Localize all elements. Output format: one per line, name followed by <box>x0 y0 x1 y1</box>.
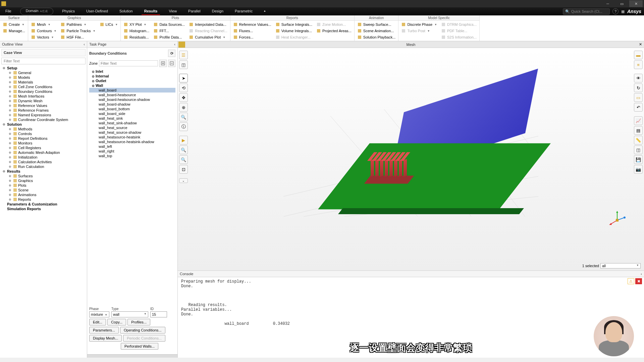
tree-item-automatic-mesh-adaption[interactable]: ⊕Automatic Mesh Adaption <box>7 150 86 155</box>
ribbon-pdf-table[interactable]: PDF Table... <box>440 28 478 34</box>
rotate-tool[interactable]: ⟲ <box>179 83 188 92</box>
perforated-button[interactable]: Perforated Walls... <box>121 343 158 350</box>
profiles-button[interactable]: Profiles... <box>127 319 150 325</box>
close-button[interactable]: ✕ <box>629 0 643 7</box>
tree-item-named-expressions[interactable]: ⊕Named Expressions <box>7 113 86 117</box>
menu-file[interactable]: File <box>3 8 14 15</box>
zone-wall_heat_source[interactable]: wall_heat_source <box>89 125 175 130</box>
ribbon-zone-motion[interactable]: Zone Motion... <box>315 21 353 27</box>
zone-wall_heat_sink[interactable]: wall_heat_sink <box>89 116 175 121</box>
menu-solution[interactable]: Solution <box>117 8 136 15</box>
type-select[interactable]: wall ▼ <box>111 311 148 317</box>
tree-item-boundary-conditions[interactable]: ⊕Boundary Conditions <box>7 89 86 94</box>
tree-setup[interactable]: ⊖Setup <box>1 66 86 70</box>
tree-item-mesh-interfaces[interactable]: ⊕Mesh Interfaces <box>7 94 86 99</box>
camera-icon[interactable]: ▭ <box>634 93 643 102</box>
pointer-tool[interactable]: ➤ <box>179 74 188 82</box>
chart-icon[interactable]: 📈 <box>634 116 643 125</box>
tree-item-dynamic-mesh[interactable]: ⊕Dynamic Mesh <box>7 99 86 103</box>
tree-item-scene[interactable]: ⊕Scene <box>7 188 86 192</box>
minimize-button[interactable]: ─ <box>601 0 614 7</box>
ribbon-projected-areas[interactable]: Projected Areas... <box>315 28 353 34</box>
zone-wall_heatsource-heatsink-shadow[interactable]: wall_heatsource-heatsink-shadow <box>89 139 175 144</box>
zone-wall_heat_sink-shadow[interactable]: wall_heat_sink-shadow <box>89 121 175 125</box>
console-collapse-icon[interactable]: ‹ <box>641 272 642 276</box>
zone-wall_board-heatsource-shadow[interactable]: wall_board-heatsource-shadow <box>89 97 175 102</box>
tree-item-plots[interactable]: ⊕Plots <box>7 183 86 188</box>
error-badge[interactable]: ✖ <box>635 278 642 284</box>
periodic-button[interactable]: Periodic Conditions... <box>123 335 165 342</box>
undo-icon[interactable]: ↶ <box>634 103 643 112</box>
copy-button[interactable]: Copy... <box>107 319 126 325</box>
zoom-in-tool[interactable]: 🔍 <box>179 145 188 154</box>
zone-cat-outlet[interactable]: ⊙Outlet <box>89 78 175 83</box>
outline-filter[interactable] <box>1 58 86 64</box>
collapse-icon[interactable]: ‹ <box>84 42 85 46</box>
ribbon-scene-animation[interactable]: Scene Animation... <box>356 28 397 34</box>
zone-wall_heatsource-heatsink[interactable]: wall_heatsource-heatsink <box>89 135 175 139</box>
annotate-icon[interactable]: ◫ <box>634 145 643 154</box>
ribbon-manage[interactable]: Manage... <box>1 28 26 34</box>
parameters-button[interactable]: Parameters... <box>89 327 119 334</box>
ribbon-dtrm-graphics[interactable]: DTRM Graphics... <box>440 21 478 27</box>
tree-item-controls[interactable]: ⊕Controls <box>7 131 86 136</box>
phase-select[interactable]: mixture ▼ <box>89 311 109 317</box>
menu-collapse[interactable]: ▴ <box>261 8 268 15</box>
pan-tool[interactable]: ✥ <box>179 93 188 102</box>
zone-wall_board_side[interactable]: wall_board_side <box>89 111 175 116</box>
zone-wall_board-shadow[interactable]: wall_board-shadow <box>89 102 175 107</box>
menu-domain[interactable]: DomainAI生成 <box>20 8 53 15</box>
ribbon-xy-plot[interactable]: XY Plot▼ <box>122 21 151 27</box>
ribbon-vectors[interactable]: Vectors▼ <box>30 34 58 40</box>
menu-design[interactable]: Design <box>209 8 226 15</box>
menu-results[interactable]: Results <box>142 8 160 15</box>
tree-item-reports[interactable]: ⊕Reports <box>7 197 86 202</box>
quick-search[interactable]: 🔍Quick Search (Ct... <box>563 8 610 15</box>
tree-item-monitors[interactable]: ⊕Monitors <box>7 141 86 145</box>
warning-badge[interactable]: ⚠ <box>628 278 634 284</box>
tree-item-materials[interactable]: ⊕Materials <box>7 80 86 84</box>
tree-item-methods[interactable]: ⊕Methods <box>7 127 86 131</box>
ribbon-forces[interactable]: Forces... <box>232 34 273 40</box>
ruler-icon[interactable]: 📏 <box>634 136 643 144</box>
edit-button[interactable]: Edit... <box>89 319 106 325</box>
ribbon-solution-playback[interactable]: Solution Playback... <box>356 34 397 40</box>
ribbon-surface-integrals[interactable]: Surface Integrals... <box>274 21 314 27</box>
ribbon-volume-integrals[interactable]: Volume Integrals... <box>274 28 314 34</box>
menu-parallel[interactable]: Parallel <box>185 8 203 15</box>
ribbon-residuals[interactable]: Residuals... <box>122 34 151 40</box>
zone-wall_board-heatsource[interactable]: wall_board-heatsource <box>89 93 175 97</box>
tree-item-initialization[interactable]: ⊕Initialization <box>7 155 86 160</box>
tree-item-surfaces[interactable]: ⊕Surfaces <box>7 174 86 178</box>
ribbon-lics[interactable]: LICs▼ <box>98 21 119 27</box>
cube-icon[interactable]: ◫ <box>179 60 188 69</box>
menu-view[interactable]: View <box>166 8 179 15</box>
display-mesh-button[interactable]: Display Mesh... <box>89 335 122 342</box>
help-icon[interactable]: ? <box>612 8 619 14</box>
ribbon-sweep-surface[interactable]: Sweep Surface... <box>356 21 397 27</box>
cycle-icon[interactable]: ↻ <box>634 83 643 92</box>
layout-icon[interactable]: ▦ <box>621 9 625 14</box>
box-icon[interactable]: ▬ <box>634 51 643 59</box>
ribbon-create[interactable]: Create▼ <box>1 21 26 27</box>
tree-item-run-calculation[interactable]: ⊕Run Calculation <box>7 164 86 169</box>
zone-wall_right[interactable]: wall_right <box>89 149 175 154</box>
expand-tool[interactable]: ⌄ <box>179 178 188 183</box>
tree-item-general[interactable]: ⊕General <box>7 70 86 75</box>
zone-cat-inlet[interactable]: ⊙Inlet <box>89 69 175 74</box>
menu-parametric[interactable]: Parametric <box>232 8 255 15</box>
maximize-button[interactable]: ▭ <box>615 0 629 7</box>
stack-icon[interactable]: ≡ <box>634 60 643 69</box>
viewport-3d[interactable]: ☰ ◫ ➤ ⟲ ✥ ⊕ 🔍 ⓘ ▶ 🔍 🔍 ⊡ ⌄ ▬ ≡ <box>178 48 644 270</box>
menu-userdefined[interactable]: User-Defined <box>84 8 111 15</box>
tree-collapse-button[interactable] <box>168 60 175 67</box>
zone-cat-wall[interactable]: ⊙Wall <box>89 83 175 88</box>
tree-item-cell-registers[interactable]: ⊕Cell Registers <box>7 145 86 150</box>
operating-button[interactable]: Operating Conditions... <box>120 327 165 334</box>
viewport-close-button[interactable]: ✕ <box>637 42 644 47</box>
selection-filter[interactable]: all▼ <box>600 263 641 268</box>
tree-item-curvilinear-coordinate-system[interactable]: ⊕Curvilinear Coordinate System <box>7 117 86 122</box>
tree-item-calculation-activities[interactable]: ⊕Calculation Activities <box>7 160 86 164</box>
tree-item-models[interactable]: ⊕Models <box>7 75 86 80</box>
tree-sim-reports[interactable]: Simulation Reports <box>1 206 86 211</box>
